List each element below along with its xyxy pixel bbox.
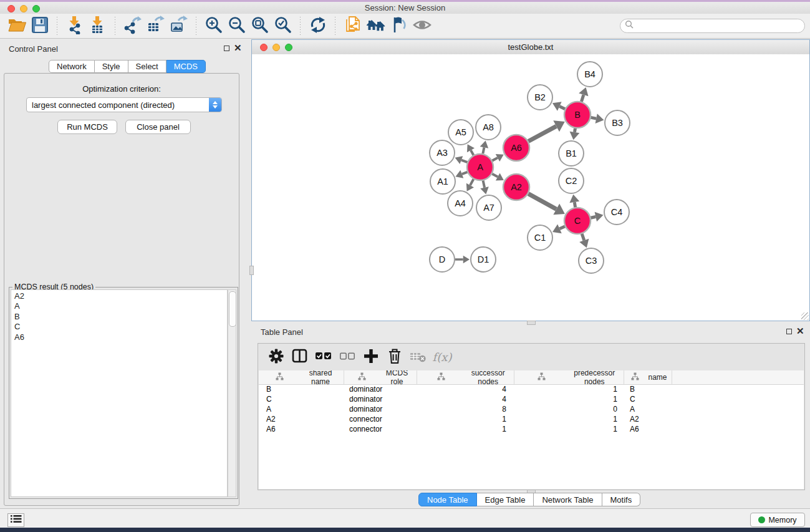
table-row[interactable]: Cdominator41C xyxy=(259,395,804,405)
node-A5[interactable]: A5 xyxy=(448,120,473,145)
deselect-all-button[interactable] xyxy=(335,346,359,369)
zoom-out-button[interactable] xyxy=(225,16,248,37)
network-titlebar[interactable]: testGlobe.txt xyxy=(252,40,809,55)
float-panel-icon[interactable] xyxy=(224,46,229,51)
column-header-MCDS-role[interactable]: MCDS role xyxy=(344,370,418,384)
edge-A-A4[interactable] xyxy=(466,179,474,191)
node-B3[interactable]: B3 xyxy=(605,110,630,135)
gear-button[interactable] xyxy=(264,346,288,369)
tab-edge-table[interactable]: Edge Table xyxy=(477,493,534,506)
network-canvas[interactable]: AA1A2A3A4A5A6A7A8BB1B2B3B4CC1C2C3C4DD1 xyxy=(252,54,809,321)
tab-select[interactable]: Select xyxy=(128,60,166,73)
optimization-criterion-dropdown[interactable]: largest connected component (directed) xyxy=(26,97,222,112)
node-A1[interactable]: A1 xyxy=(430,169,455,194)
close-table-panel-icon[interactable]: ✕ xyxy=(796,328,804,334)
result-scrollbar[interactable] xyxy=(228,289,236,497)
horizontal-splitter-handle[interactable] xyxy=(527,321,536,325)
node-B[interactable]: B xyxy=(564,102,591,128)
node-C1[interactable]: C1 xyxy=(528,225,552,250)
close-panel-button[interactable]: Close panel xyxy=(125,120,191,134)
table-row[interactable]: A6connector11A6 xyxy=(259,425,804,435)
tab-network-table[interactable]: Network Table xyxy=(534,493,602,506)
table-row[interactable]: Adominator80A xyxy=(259,405,804,415)
result-item[interactable]: A6 xyxy=(14,332,227,342)
add-row-button[interactable] xyxy=(359,346,383,369)
result-scrollbar-thumb[interactable] xyxy=(229,291,236,327)
column-header-successor-nodes[interactable]: successor nodes xyxy=(417,370,514,384)
edge-A-A3[interactable] xyxy=(455,156,468,164)
node-A7[interactable]: A7 xyxy=(476,195,501,220)
network-document-button[interactable] xyxy=(341,16,364,37)
network-graph[interactable]: AA1A2A3A4A5A6A7A8BB1B2B3B4CC1C2C3C4DD1 xyxy=(252,54,809,321)
float-table-panel-icon[interactable] xyxy=(786,329,792,334)
export-network-button[interactable] xyxy=(121,16,144,37)
edge-A-A6[interactable] xyxy=(492,154,503,162)
import-table-button[interactable] xyxy=(86,16,109,37)
table-row[interactable]: A2connector11A2 xyxy=(259,415,804,425)
node-B4[interactable]: B4 xyxy=(577,62,602,87)
run-mcds-button[interactable]: Run MCDS xyxy=(57,120,117,134)
delete-table-button[interactable] xyxy=(407,346,430,369)
node-B1[interactable]: B1 xyxy=(559,141,584,166)
export-table-button[interactable] xyxy=(144,16,167,37)
zoom-selected-button[interactable] xyxy=(271,16,294,37)
result-item[interactable]: A xyxy=(14,301,227,311)
export-image-button[interactable] xyxy=(167,16,190,37)
node-A8[interactable]: A8 xyxy=(476,115,501,140)
node-A6[interactable]: A6 xyxy=(503,135,529,161)
delete-row-button[interactable] xyxy=(383,346,407,369)
import-network-button[interactable] xyxy=(63,16,86,37)
edge-A-A2[interactable] xyxy=(492,173,504,181)
edge-B-B3[interactable] xyxy=(591,114,604,123)
edge-B-B2[interactable] xyxy=(552,102,565,110)
save-session-button[interactable] xyxy=(28,16,51,37)
node-C2[interactable]: C2 xyxy=(559,168,584,193)
node-D[interactable]: D xyxy=(430,247,455,272)
tab-motifs[interactable]: Motifs xyxy=(602,493,641,506)
edge-B-B4[interactable] xyxy=(579,87,588,102)
search-box[interactable] xyxy=(620,19,805,33)
column-header-shared-name[interactable]: shared name xyxy=(259,370,344,384)
dropdown-stepper-icon[interactable] xyxy=(209,98,221,112)
hide-flags-button[interactable] xyxy=(387,16,410,37)
function-button[interactable]: f(x) xyxy=(430,346,454,369)
eye-button[interactable] xyxy=(410,16,433,37)
edge-A-A1[interactable] xyxy=(456,170,468,178)
edge-C-C1[interactable] xyxy=(552,225,565,234)
resize-grip-icon[interactable] xyxy=(801,312,809,320)
home-button[interactable] xyxy=(364,16,387,37)
edge-A-A7[interactable] xyxy=(480,181,488,195)
column-settings-button[interactable] xyxy=(288,346,312,369)
edge-C-C2[interactable] xyxy=(569,195,579,208)
refresh-button[interactable] xyxy=(306,16,329,37)
edge-A-A8[interactable] xyxy=(480,141,489,154)
column-header-predecessor-nodes[interactable]: predecessor nodes xyxy=(514,370,624,384)
node-A[interactable]: A xyxy=(467,154,493,180)
tab-style[interactable]: Style xyxy=(95,60,128,73)
memory-button[interactable]: Memory xyxy=(750,513,805,527)
node-C[interactable]: C xyxy=(564,208,591,234)
edge-A2-C[interactable] xyxy=(528,194,565,215)
edge-C-C4[interactable] xyxy=(591,212,603,222)
result-item[interactable]: B xyxy=(14,312,227,322)
tab-mcds[interactable]: MCDS xyxy=(166,60,206,73)
open-file-button[interactable] xyxy=(5,16,28,37)
node-B2[interactable]: B2 xyxy=(528,85,552,110)
zoom-fit-button[interactable] xyxy=(248,16,271,37)
node-A4[interactable]: A4 xyxy=(448,191,473,216)
node-A3[interactable]: A3 xyxy=(430,140,455,165)
close-panel-icon[interactable]: ✕ xyxy=(234,45,242,51)
tab-node-table[interactable]: Node Table xyxy=(418,493,477,506)
node-A2[interactable]: A2 xyxy=(503,174,529,200)
column-header-name[interactable]: name xyxy=(624,370,673,384)
vertical-splitter-handle[interactable] xyxy=(249,266,254,275)
node-C3[interactable]: C3 xyxy=(579,248,604,273)
edge-A-A5[interactable] xyxy=(467,144,475,155)
select-all-button[interactable] xyxy=(312,346,335,369)
mcds-result-list[interactable]: A2ABCA6 xyxy=(11,289,228,497)
search-input[interactable] xyxy=(634,21,804,31)
result-item[interactable]: A2 xyxy=(14,291,227,301)
table-row[interactable]: Bdominator41B xyxy=(259,385,804,395)
edge-D-D1[interactable] xyxy=(455,256,470,264)
edge-B-B1[interactable] xyxy=(570,128,580,140)
